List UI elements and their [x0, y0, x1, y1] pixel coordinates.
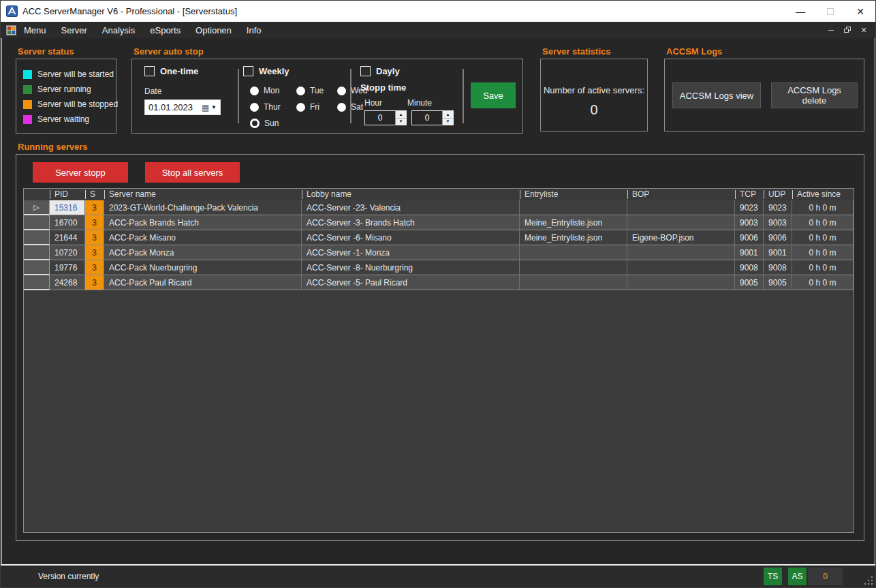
radio-sun[interactable]: Sun [250, 119, 296, 128]
spin-down-icon[interactable]: ▼ [443, 119, 453, 125]
menu-item-esports[interactable]: eSports [142, 25, 188, 35]
tcp-cell[interactable]: 9003 [735, 215, 764, 230]
column-header-udp[interactable]: UDP [764, 189, 792, 200]
tcp-cell[interactable]: 9006 [735, 230, 764, 245]
menu-item-optionen[interactable]: Optionen [188, 25, 239, 35]
bop-cell[interactable] [627, 275, 735, 290]
table-row[interactable]: 242683ACC-Pack Paul RicardACC-Server -5-… [24, 275, 854, 290]
table-row[interactable]: 107203ACC-Pack MonzaACC-Server -1- Monza… [24, 245, 854, 260]
bop-cell[interactable]: Eigene-BOP.json [627, 230, 735, 245]
active-cell[interactable]: 0 h 0 m [792, 200, 854, 215]
lobby-cell[interactable]: ACC-Server -6- Misano [302, 230, 520, 245]
table-row[interactable]: ▷1531632023-GT-World-Challenge-Pack Vale… [24, 200, 854, 215]
lobby-cell[interactable]: ACC-Server -1- Monza [302, 245, 520, 260]
spin-up-icon[interactable]: ▲ [443, 111, 453, 119]
name-cell[interactable]: ACC-Pack Brands Hatch [104, 215, 302, 230]
bop-cell[interactable] [627, 245, 735, 260]
server-stopp-button[interactable]: Server stopp [33, 162, 128, 183]
row-selector-cell[interactable] [24, 230, 50, 245]
mdi-close-icon[interactable]: ✕ [859, 26, 869, 35]
minute-stepper[interactable]: 0 ▲ ▼ [411, 110, 454, 125]
udp-cell[interactable]: 9008 [764, 260, 792, 275]
one-time-checkbox[interactable]: One-time [144, 66, 233, 76]
column-header-tcp[interactable]: TCP [735, 189, 764, 200]
menu-item-info[interactable]: Info [239, 25, 269, 35]
row-selector-cell[interactable]: ▷ [24, 200, 50, 215]
hour-stepper[interactable]: 0 ▲ ▼ [364, 110, 407, 125]
name-cell[interactable]: ACC-Pack Monza [104, 245, 302, 260]
dayly-checkbox[interactable]: Dayly [360, 66, 459, 76]
s-cell[interactable]: 3 [85, 230, 104, 245]
spin-up-icon[interactable]: ▲ [396, 111, 406, 119]
udp-cell[interactable]: 9003 [764, 215, 792, 230]
date-picker[interactable]: 01.01.2023 ▦ ▼ [144, 99, 221, 115]
stop-all-servers-button[interactable]: Stop all servers [145, 162, 240, 183]
spin-down-icon[interactable]: ▼ [396, 119, 406, 125]
bop-cell[interactable] [627, 260, 735, 275]
lobby-cell[interactable]: ACC-Server -3- Brands Hatch [302, 215, 520, 230]
column-header-active[interactable]: Active since [792, 189, 854, 200]
entry-cell[interactable] [520, 275, 627, 290]
tcp-cell[interactable]: 9008 [735, 260, 764, 275]
minimize-icon[interactable]: — [785, 1, 815, 22]
entry-cell[interactable] [520, 200, 627, 215]
tcp-cell[interactable]: 9005 [735, 275, 764, 290]
active-cell[interactable]: 0 h 0 m [792, 215, 854, 230]
radio-thur[interactable]: Thur [250, 102, 296, 112]
table-row[interactable]: 167003ACC-Pack Brands HatchACC-Server -3… [24, 215, 854, 230]
accsm-logs-view-button[interactable]: ACCSM Logs view [672, 82, 761, 108]
udp-cell[interactable]: 9006 [764, 230, 792, 245]
name-cell[interactable]: ACC-Pack Nuerburgring [104, 260, 302, 275]
lobby-cell[interactable]: ACC-Server -23- Valencia [302, 200, 520, 215]
column-header-entry[interactable]: Entryliste [520, 189, 627, 200]
pid-cell[interactable]: 21644 [50, 230, 85, 245]
udp-cell[interactable]: 9005 [764, 275, 792, 290]
column-header-bop[interactable]: BOP [627, 189, 735, 200]
bop-cell[interactable] [627, 200, 735, 215]
radio-mon[interactable]: Mon [250, 86, 296, 95]
pid-cell[interactable]: 15316 [50, 200, 85, 215]
close-icon[interactable]: ✕ [845, 1, 875, 22]
entry-cell[interactable]: Meine_Entryliste.json [520, 215, 627, 230]
column-header-lobby[interactable]: Lobby name [302, 189, 520, 200]
lobby-cell[interactable]: ACC-Server -8- Nuerburgring [302, 260, 520, 275]
s-cell[interactable]: 3 [85, 215, 104, 230]
s-cell[interactable]: 3 [85, 245, 104, 260]
column-header-s[interactable]: S [85, 189, 104, 200]
pid-cell[interactable]: 19776 [50, 260, 85, 275]
pid-cell[interactable]: 16700 [50, 215, 85, 230]
radio-fri[interactable]: Fri [296, 102, 337, 112]
mdi-restore-icon[interactable] [843, 26, 852, 34]
accsm-logs-delete-button[interactable]: ACCSM Logs delete [771, 82, 858, 108]
entry-cell[interactable] [520, 245, 627, 260]
row-selector-cell[interactable] [24, 275, 50, 290]
entry-cell[interactable]: Meine_Entryliste.json [520, 230, 627, 245]
name-cell[interactable]: ACC-Pack Paul Ricard [104, 275, 302, 290]
entry-cell[interactable] [520, 260, 627, 275]
active-cell[interactable]: 0 h 0 m [792, 230, 854, 245]
row-selector-cell[interactable] [24, 260, 50, 275]
pid-cell[interactable]: 10720 [50, 245, 85, 260]
save-button[interactable]: Save [471, 82, 516, 108]
column-header-name[interactable]: Server name [104, 189, 302, 200]
menu-item-analysis[interactable]: Analysis [95, 25, 142, 35]
udp-cell[interactable]: 9023 [764, 200, 792, 215]
active-cell[interactable]: 0 h 0 m [792, 275, 854, 290]
column-header-pid[interactable]: PID [50, 189, 85, 200]
s-cell[interactable]: 3 [85, 200, 104, 215]
menu-item-server[interactable]: Server [54, 25, 95, 35]
name-cell[interactable]: 2023-GT-World-Challenge-Pack Valencia [104, 200, 302, 215]
name-cell[interactable]: ACC-Pack Misano [104, 230, 302, 245]
table-row[interactable]: 216443ACC-Pack MisanoACC-Server -6- Misa… [24, 230, 854, 245]
weekly-checkbox[interactable]: Weekly [243, 66, 349, 76]
s-cell[interactable]: 3 [85, 260, 104, 275]
menu-item-menu[interactable]: Menu [16, 25, 54, 35]
maximize-icon[interactable] [815, 1, 845, 22]
row-selector-cell[interactable] [24, 215, 50, 230]
resize-grip-icon[interactable] [864, 576, 873, 585]
radio-tue[interactable]: Tue [296, 86, 337, 95]
mdi-minimize-icon[interactable]: ─ [826, 26, 836, 34]
pid-cell[interactable]: 24268 [50, 275, 85, 290]
table-row[interactable]: 197763ACC-Pack NuerburgringACC-Server -8… [24, 260, 854, 275]
udp-cell[interactable]: 9001 [764, 245, 792, 260]
